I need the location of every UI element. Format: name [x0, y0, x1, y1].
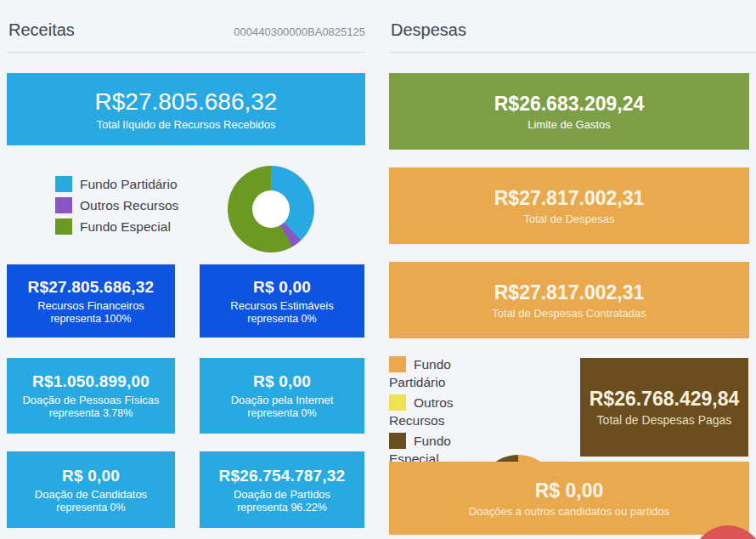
card-total-liquido-recursos: R$27.805.686,32 Total líquido de Recurso…	[7, 73, 365, 145]
legend-label: Outros Recursos	[80, 198, 178, 213]
legend-item: Outros Recursos	[389, 394, 465, 429]
card-value: R$27.817.002,31	[494, 281, 645, 304]
legend-item: Fundo Partidário	[389, 355, 465, 391]
receitas-donut-chart	[228, 166, 314, 252]
donut-hole	[252, 190, 290, 228]
legend-swatch-fundo-especial	[389, 433, 406, 449]
legend-swatch-fundo-especial	[55, 218, 72, 235]
card-label: Doação pela Internet	[231, 394, 334, 406]
card-doacao-candidatos: R$ 0,00 Doação de Candidatos representa …	[7, 451, 175, 528]
legend-item: Fundo Partidário	[55, 175, 178, 194]
card-value: R$26.754.787,32	[219, 467, 346, 485]
card-total-despesas: R$27.817.002,31 Total de Despesas	[389, 167, 749, 244]
card-label: Recursos Financeiros	[37, 299, 144, 312]
card-label: Doação de Pessoas Físicas	[22, 394, 159, 406]
card-value: R$26.768.429,84	[590, 388, 740, 411]
card-doacao-partidos: R$26.754.787,32 Doação de Partidos repre…	[200, 451, 364, 528]
card-label: Total de Despesas	[524, 213, 615, 225]
legend-swatch-fundo-partidario	[55, 176, 72, 192]
card-label: Total líquido de Recursos Recebidos	[96, 118, 275, 131]
despesas-donut-legend: Fundo Partidário Outros Recursos Fundo E…	[389, 355, 465, 468]
card-sub: representa 0%	[56, 502, 125, 513]
card-recursos-estimaveis: R$ 0,00 Recursos Estimáveis representa 0…	[200, 264, 364, 338]
legend-item: Outros Recursos	[55, 196, 178, 215]
prestacao-contas-code: 000440300000BA0825125	[7, 26, 365, 38]
card-label: Total de Despesas Contratadas	[492, 307, 646, 320]
receitas-divider	[7, 52, 365, 53]
legend-swatch-outros-recursos	[55, 197, 72, 213]
card-value: R$26.683.209,24	[494, 93, 645, 116]
card-value: R$27.817.002,31	[494, 187, 645, 210]
card-sub: representa 96.22%	[237, 502, 327, 513]
legend-swatch-outros-recursos	[389, 394, 406, 411]
card-label: Doação de Partidos	[234, 488, 330, 501]
despesas-title: Despesas	[391, 20, 466, 40]
card-label: Doações a outros candidatos ou partidos	[469, 505, 669, 518]
legend-label: Fundo Partidário	[80, 177, 178, 191]
card-sub: representa 0%	[247, 407, 316, 419]
card-total-despesas-contratadas: R$27.817.002,31 Total de Despesas Contra…	[389, 262, 749, 338]
card-sub: representa 3.78%	[49, 407, 133, 419]
card-label: Doação de Candidatos	[35, 488, 147, 501]
card-value: R$1.050.899,00	[32, 372, 150, 391]
card-label: Recursos Estimáveis	[230, 299, 333, 312]
legend-label: Fundo Especial	[80, 219, 171, 234]
card-limite-gastos: R$26.683.209,24 Limite de Gastos	[389, 73, 749, 150]
card-label: Total de Despesas Pagas	[597, 413, 732, 427]
card-recursos-financeiros: R$27.805.686,32 Recursos Financeiros rep…	[7, 264, 175, 338]
card-value: R$27.805.686,32	[28, 278, 155, 297]
card-value: R$ 0,00	[62, 467, 120, 485]
despesas-divider	[389, 52, 756, 53]
card-doacao-internet: R$ 0,00 Doação pela Internet representa …	[200, 358, 364, 434]
card-doacao-pessoas-fisicas: R$1.050.899,00 Doação de Pessoas Físicas…	[7, 358, 175, 434]
legend-item: Fundo Especial	[55, 218, 178, 236]
card-sub: representa 100%	[50, 313, 131, 325]
card-total-despesas-pagas: R$26.768.429,84 Total de Despesas Pagas	[580, 358, 748, 457]
card-doacoes-outros-candidatos: R$ 0,00 Doações a outros candidatos ou p…	[389, 462, 749, 535]
card-value: R$ 0,00	[535, 479, 604, 502]
receitas-donut-legend: Fundo Partidário Outros Recursos Fundo E…	[55, 175, 178, 236]
card-value: R$ 0,00	[253, 278, 311, 297]
card-sub: representa 0%	[247, 313, 316, 325]
legend-swatch-fundo-partidario	[389, 356, 406, 372]
card-value: R$27.805.686,32	[95, 88, 278, 116]
card-value: R$ 0,00	[253, 372, 311, 391]
card-label: Limite de Gastos	[528, 118, 611, 131]
